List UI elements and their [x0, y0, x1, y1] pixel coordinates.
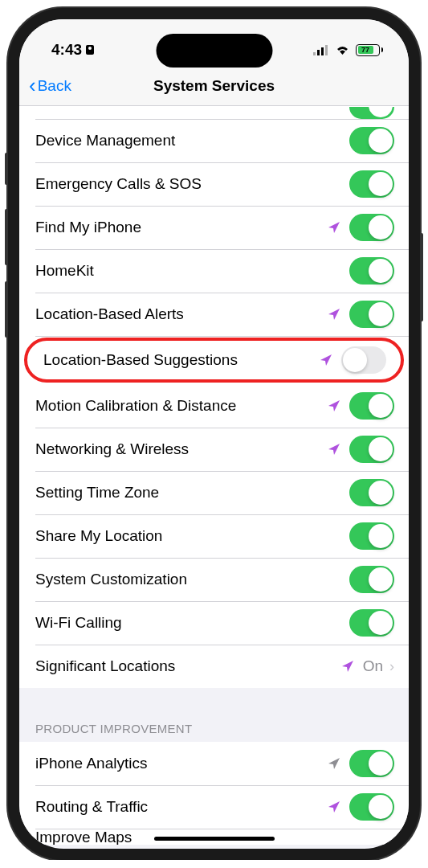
list-item-device-management[interactable]: Device Management [19, 119, 409, 162]
location-arrow-icon [319, 353, 333, 367]
section-gap [19, 688, 409, 722]
svg-rect-5 [325, 45, 328, 55]
location-arrow-icon [327, 399, 341, 413]
home-indicator[interactable] [154, 837, 275, 841]
significant-locations-row[interactable]: Significant Locations On › [19, 645, 409, 688]
chevron-right-icon: › [389, 658, 394, 675]
screen: 4:43 77 ‹ Back [19, 19, 409, 849]
settings-list: Device ManagementEmergency Calls & SOSFi… [19, 106, 409, 845]
item-label: iPhone Analytics [35, 755, 327, 772]
item-label: Emergency Calls & SOS [35, 175, 349, 193]
list-item-motion-calibration-distance[interactable]: Motion Calibration & Distance [19, 384, 409, 428]
mute-switch [5, 153, 8, 185]
toggle-emergency-calls-sos[interactable] [349, 170, 394, 198]
item-label: Device Management [35, 132, 349, 149]
location-arrow-icon [327, 800, 341, 814]
section-header: PRODUCT IMPROVEMENT [19, 722, 409, 742]
item-label: Location-Based Alerts [35, 305, 327, 323]
svg-point-1 [88, 47, 92, 50]
location-arrow-icon [327, 756, 341, 771]
toggle-homekit[interactable] [349, 257, 394, 285]
disclosure-value: On [363, 657, 383, 675]
chevron-left-icon: ‹ [29, 73, 36, 98]
location-arrow-icon [327, 220, 341, 235]
list-item-system-customization[interactable]: System Customization [19, 558, 409, 601]
list-item-location-based-alerts[interactable]: Location-Based Alerts [19, 293, 409, 336]
list-item-wi-fi-calling[interactable]: Wi-Fi Calling [19, 601, 409, 645]
location-arrow-icon [340, 659, 355, 674]
list-item-iphone-analytics[interactable]: iPhone Analytics [19, 742, 409, 785]
phone-frame: 4:43 77 ‹ Back [8, 8, 420, 860]
status-right: 77 [313, 44, 383, 56]
item-label: Networking & Wireless [35, 440, 327, 458]
toggle-networking-wireless[interactable] [349, 436, 394, 463]
item-label: Routing & Traffic [35, 798, 327, 816]
toggle-iphone-analytics[interactable] [349, 750, 394, 777]
svg-rect-3 [317, 50, 320, 55]
back-label: Back [38, 77, 71, 95]
page-title: System Services [153, 77, 275, 95]
item-label: Find My iPhone [35, 219, 327, 236]
item-label: HomeKit [35, 262, 349, 280]
location-arrow-icon [327, 307, 341, 321]
toggle-location-based-suggestions[interactable] [341, 346, 386, 374]
back-button[interactable]: ‹ Back [19, 73, 71, 98]
list-item-find-my-iphone[interactable]: Find My iPhone [19, 206, 409, 249]
toggle-location-based-alerts[interactable] [349, 301, 394, 328]
wifi-icon [335, 44, 350, 55]
toggle-share-my-location[interactable] [349, 522, 394, 550]
significant-locations-label: Significant Locations [35, 657, 340, 675]
toggle-routing-traffic[interactable] [349, 793, 394, 821]
nav-bar: ‹ Back System Services [19, 66, 409, 106]
list-item-location-based-suggestions[interactable]: Location-Based Suggestions [24, 338, 404, 383]
list-item-share-my-location[interactable]: Share My Location [19, 514, 409, 558]
item-label: Location-Based Suggestions [43, 351, 319, 369]
status-time: 4:43 [51, 41, 95, 59]
toggle-device-management[interactable] [349, 127, 394, 154]
list-item-emergency-calls-sos[interactable]: Emergency Calls & SOS [19, 162, 409, 206]
dynamic-island [156, 34, 272, 68]
list-item-setting-time-zone[interactable]: Setting Time Zone [19, 471, 409, 514]
battery-percent: 77 [361, 46, 369, 54]
volume-up-button [5, 209, 8, 265]
svg-rect-4 [321, 47, 324, 55]
volume-down-button [5, 281, 8, 338]
list-item-homekit[interactable]: HomeKit [19, 249, 409, 293]
item-label: Share My Location [35, 527, 349, 545]
list-item-partial-top [19, 106, 409, 119]
toggle-motion-calibration-distance[interactable] [349, 392, 394, 420]
toggle-find-my-iphone[interactable] [349, 214, 394, 241]
item-label: System Customization [35, 571, 349, 588]
power-button [420, 233, 423, 321]
list-item-routing-traffic[interactable]: Routing & Traffic [19, 785, 409, 829]
orientation-lock-icon [85, 44, 95, 55]
svg-rect-2 [313, 52, 316, 55]
list-item-networking-wireless[interactable]: Networking & Wireless [19, 428, 409, 471]
cellular-icon [313, 45, 329, 55]
item-label: Setting Time Zone [35, 484, 349, 502]
item-label: Motion Calibration & Distance [35, 397, 327, 415]
toggle-partial[interactable] [349, 107, 394, 119]
time-label: 4:43 [51, 41, 82, 59]
toggle-setting-time-zone[interactable] [349, 479, 394, 506]
battery-icon: 77 [356, 44, 383, 56]
toggle-wi-fi-calling[interactable] [349, 609, 394, 637]
disclosure: On › [363, 657, 394, 675]
toggle-system-customization[interactable] [349, 566, 394, 593]
location-arrow-icon [327, 442, 341, 457]
item-label: Wi-Fi Calling [35, 614, 349, 632]
